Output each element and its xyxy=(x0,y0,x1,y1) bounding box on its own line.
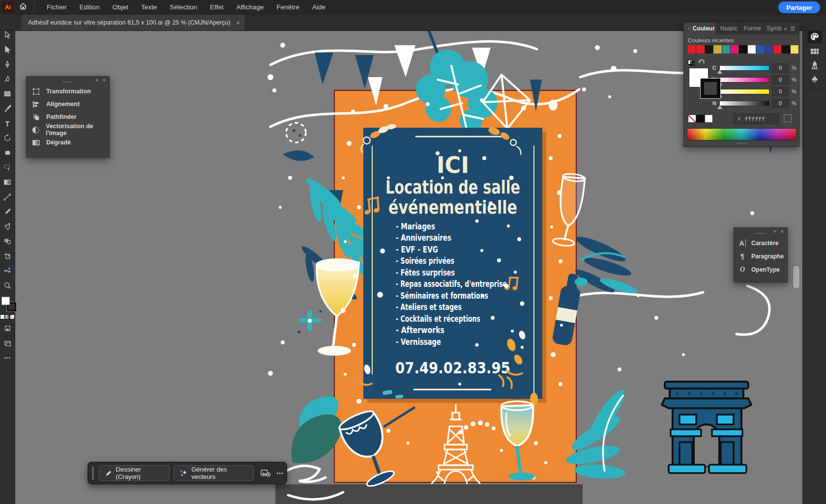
white-swatch[interactable] xyxy=(705,114,713,123)
select-color-icon[interactable] xyxy=(784,114,792,122)
home-icon[interactable] xyxy=(19,2,27,12)
magenta-slider-track[interactable] xyxy=(719,77,769,83)
tab-close-icon[interactable]: × xyxy=(236,19,240,27)
cyan-value-field[interactable]: 0 xyxy=(772,63,789,73)
tab-nuancier[interactable]: Nuanc xyxy=(716,23,740,34)
yellow-slider-track[interactable] xyxy=(719,89,769,94)
pen-tool[interactable] xyxy=(1,58,13,70)
shape-builder-tool[interactable] xyxy=(1,235,13,247)
panel-header[interactable]: » × xyxy=(734,228,787,236)
more-options-icon[interactable]: ••• xyxy=(276,470,284,476)
menu-aide[interactable]: Aide xyxy=(306,0,332,15)
cyan-slider-thumb[interactable] xyxy=(717,70,722,74)
recent-swatch[interactable] xyxy=(731,45,739,54)
document-tab[interactable]: Adhésif euridice sur vitre séparation 61… xyxy=(21,15,245,30)
collapse-panel-icon[interactable]: » xyxy=(95,77,98,83)
swatches-panel-icon[interactable] xyxy=(807,45,822,58)
cyan-slider-track[interactable] xyxy=(719,65,769,71)
gradient-button[interactable] xyxy=(5,314,10,319)
panel-resize-grip[interactable] xyxy=(736,142,747,145)
curvature-tool[interactable] xyxy=(1,73,13,85)
magenta-value-field[interactable]: 0 xyxy=(772,75,789,84)
illustrator-logo-icon[interactable]: Ai xyxy=(2,2,13,13)
width-tool[interactable] xyxy=(1,191,13,203)
fill-stroke-control[interactable] xyxy=(1,297,14,311)
type-tool[interactable]: T xyxy=(1,117,13,129)
taskbar-grip[interactable] xyxy=(92,466,94,480)
yellow-value-field[interactable]: 0 xyxy=(772,87,789,96)
stroke-color-proxy[interactable] xyxy=(701,79,720,98)
fill-stroke-mini-icon[interactable] xyxy=(688,59,695,65)
symbols-panel-icon[interactable]: ♣ xyxy=(807,73,822,85)
quick-item-transformation[interactable]: Transformation xyxy=(27,85,109,98)
panel-grip[interactable] xyxy=(755,232,766,235)
panel-item-paragraphe[interactable]: ¶ Paragraphe xyxy=(734,250,787,263)
menu-effet[interactable]: Effet xyxy=(204,0,230,15)
expand-panel-icon[interactable]: » xyxy=(784,26,787,31)
quick-item-pathfinder[interactable]: Pathfinder xyxy=(27,111,109,123)
generate-vectors-button[interactable]: Générer des vecteurs xyxy=(174,465,254,481)
black-swatch[interactable] xyxy=(696,114,705,123)
panel-grip[interactable] xyxy=(62,81,73,84)
recent-swatch[interactable] xyxy=(782,45,790,54)
direct-selection-tool[interactable] xyxy=(1,44,13,56)
black-slider-track[interactable] xyxy=(719,101,769,106)
vertical-scrollbar[interactable] xyxy=(793,265,800,289)
recent-swatch[interactable] xyxy=(696,45,705,54)
quick-item-vectorisation[interactable]: Vectorisation de l'image xyxy=(27,123,109,136)
close-panel-icon[interactable]: × xyxy=(103,77,106,83)
share-button[interactable]: Partager xyxy=(778,1,820,13)
more-tools-button[interactable]: ••• xyxy=(1,352,13,364)
menu-objet[interactable]: Objet xyxy=(106,0,135,15)
menu-selection[interactable]: Sélection xyxy=(163,0,204,15)
recent-swatch[interactable] xyxy=(739,45,747,54)
menu-fichier[interactable]: Fichier xyxy=(40,0,73,15)
recent-swatch[interactable] xyxy=(791,45,799,54)
zoom-tool[interactable] xyxy=(1,280,13,291)
recent-swatch[interactable] xyxy=(705,45,713,54)
panel-item-opentype[interactable]: O OpenType xyxy=(734,263,787,276)
rectangle-tool[interactable] xyxy=(1,88,13,100)
gradient-tool[interactable] xyxy=(1,176,13,188)
menu-fenetre[interactable]: Fenêtre xyxy=(270,0,306,15)
color-panel-icon[interactable] xyxy=(807,30,822,43)
menu-affichage[interactable]: Affichage xyxy=(230,0,270,15)
black-value-field[interactable]: 0 xyxy=(772,99,789,108)
panel-header[interactable]: » × xyxy=(27,77,109,85)
panel-menu-icon[interactable]: ☰ xyxy=(790,26,795,32)
recent-swatch[interactable] xyxy=(722,45,731,54)
recent-swatch[interactable] xyxy=(773,45,782,54)
revert-colors-icon[interactable] xyxy=(698,58,705,67)
menu-edition[interactable]: Edition xyxy=(73,0,106,15)
black-slider-thumb[interactable] xyxy=(717,105,722,109)
eraser-tool[interactable] xyxy=(1,147,13,159)
collapse-panel-icon[interactable]: » xyxy=(773,228,776,234)
color-spectrum-bar[interactable] xyxy=(687,128,796,140)
symbolism-tool[interactable] xyxy=(1,221,13,232)
intertwine-tool[interactable] xyxy=(1,265,13,277)
none-swatch[interactable] xyxy=(688,114,696,123)
brushes-panel-icon[interactable] xyxy=(807,59,822,72)
panel-item-caractere[interactable]: A​ Caractère xyxy=(734,236,787,250)
tab-formes[interactable]: Forme xyxy=(740,23,763,34)
close-panel-icon[interactable]: × xyxy=(781,228,784,234)
quick-item-degrade[interactable]: Dégradé xyxy=(27,136,109,149)
color-button[interactable] xyxy=(0,314,5,319)
draw-mode-button[interactable] xyxy=(1,322,13,334)
recent-swatch[interactable] xyxy=(688,45,696,54)
eyedropper-tool[interactable] xyxy=(1,206,13,218)
recent-swatch[interactable] xyxy=(713,45,722,54)
screen-mode-button[interactable] xyxy=(1,337,13,349)
color-mode-bar[interactable] xyxy=(0,314,15,319)
rotate-tool[interactable] xyxy=(1,132,13,144)
fill-swatch[interactable] xyxy=(1,297,10,305)
tab-couleur[interactable]: ↕ Couleur xyxy=(684,23,716,34)
tab-symboles[interactable]: Symb xyxy=(763,23,784,34)
image-add-icon[interactable] xyxy=(261,469,270,477)
paintbrush-tool[interactable] xyxy=(1,103,13,114)
menu-texte[interactable]: Texte xyxy=(135,0,163,15)
lasso-tool[interactable] xyxy=(1,162,13,173)
artboard-tool[interactable] xyxy=(1,250,13,262)
quick-item-alignement[interactable]: Alignement xyxy=(27,98,109,111)
recent-swatch[interactable] xyxy=(765,45,773,54)
